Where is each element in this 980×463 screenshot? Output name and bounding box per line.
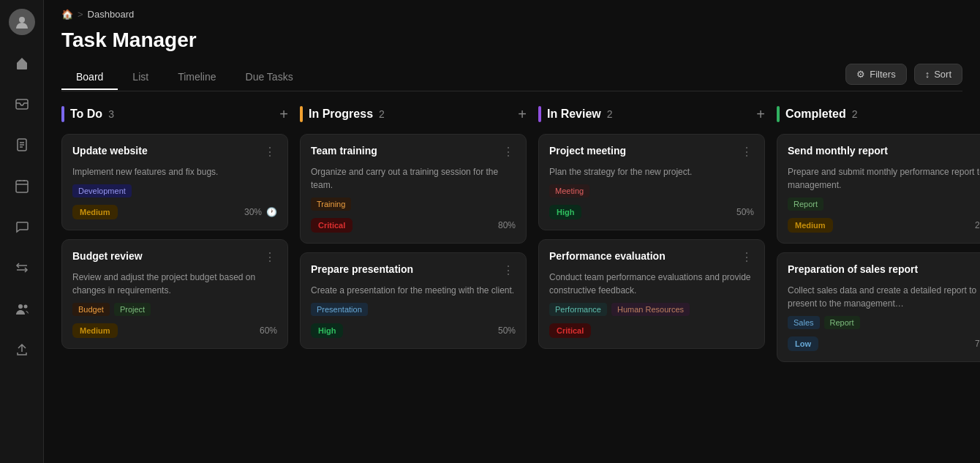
tab-timeline[interactable]: Timeline [163,65,230,90]
home-icon[interactable] [9,50,35,76]
tab-board[interactable]: Board [61,65,118,90]
tag: Budget [72,303,110,316]
card-desc: Collect sales data and create a detailed… [788,284,980,310]
column-add-in-progress[interactable]: + [518,107,527,121]
card-tags: Development [72,184,277,197]
card-title: Performance evaluation [549,250,666,262]
card-tags: BudgetProject [72,303,277,316]
card-footer: High 50% [311,323,516,338]
card-tags: Meeting [549,184,754,197]
card-header: Update website ⋮ [72,145,277,159]
card-in-progress-0: Team training ⋮ Organize and carry out a… [300,134,527,244]
card-progress: 50% [498,325,516,336]
card-menu-icon[interactable]: ⋮ [263,250,277,265]
sort-button[interactable]: ↕ Sort [914,64,962,85]
card-desc: Review and adjust the project budget bas… [72,271,277,297]
card-tags: PerformanceHuman Resources [549,303,754,316]
priority-badge: High [549,205,581,219]
progress-value: 60% [260,325,277,336]
column-accent-completed [777,106,780,122]
clock-icon: 🕐 [266,207,277,217]
priority-badge: Critical [311,218,353,233]
tab-bar: Board List Timeline Due Tasks ⚙ Filters … [61,64,962,91]
column-header-todo: To Do 3 + [61,106,288,125]
card-menu-icon[interactable]: ⋮ [263,145,277,159]
avatar[interactable] [9,9,35,35]
column-header-in-review: In Review 2 + [538,106,765,125]
tab-due-tasks[interactable]: Due Tasks [231,65,308,90]
chat-icon[interactable] [9,214,35,240]
column-add-in-review[interactable]: + [756,107,765,121]
calendar-icon[interactable] [9,173,35,199]
documents-icon[interactable] [9,132,35,158]
board: To Do 3 + Update website ⋮ Implement new… [44,91,980,463]
page-title: Task Manager [61,29,962,52]
header: 🏠 > Dashboard Task Manager Board List Ti… [44,0,980,91]
column-todo: To Do 3 + Update website ⋮ Implement new… [61,106,288,448]
card-completed-1: Preparation of sales report ⋮ Collect sa… [777,252,980,362]
svg-point-0 [19,17,25,23]
card-menu-icon[interactable]: ⋮ [501,145,516,159]
card-in-progress-1: Prepare presentation ⋮ Create a presenta… [300,252,527,349]
tab-actions: ⚙ Filters ↕ Sort [845,64,962,91]
column-title-in-progress: In Progress [309,108,373,121]
card-completed-0: Send monthly report ⋮ Prepare and submit… [777,134,980,244]
card-tags: Training [311,197,516,211]
breadcrumb-current: Dashboard [88,9,135,20]
column-completed: Completed 2 + Send monthly report ⋮ Prep… [777,106,980,448]
card-menu-icon[interactable]: ⋮ [501,263,516,278]
arrows-icon[interactable] [9,255,35,281]
column-count-in-progress: 2 [379,108,385,120]
tag: Report [788,197,823,211]
column-accent-todo [61,106,64,122]
svg-rect-1 [16,99,28,109]
column-count-in-review: 2 [607,108,613,120]
card-footer: Medium 60% [72,323,277,338]
tab-list[interactable]: List [118,65,163,90]
card-menu-icon[interactable]: ⋮ [739,145,754,159]
sort-icon: ↕ [925,69,930,80]
export-icon[interactable] [9,336,35,363]
breadcrumb: 🏠 > Dashboard [61,9,962,20]
column-header-in-progress: In Progress 2 + [300,106,527,125]
card-footer: Medium 20% [788,218,980,233]
card-title: Prepare presentation [311,263,413,275]
team-icon[interactable] [9,296,35,322]
card-footer: Critical [549,323,754,338]
priority-badge: Medium [72,205,118,219]
card-header: Budget review ⋮ [72,250,277,265]
card-footer: High 50% [549,205,754,219]
column-add-todo[interactable]: + [279,107,288,121]
priority-badge: Medium [788,218,833,233]
card-desc: Organize and carry out a training sessio… [311,165,516,192]
card-desc: Create a presentation for the meeting wi… [311,284,516,297]
inbox-icon[interactable] [9,91,35,117]
svg-point-4 [18,304,23,309]
tag: Presentation [311,303,368,316]
progress-value: 50% [736,207,754,217]
column-in-progress: In Progress 2 + Team training ⋮ Organize… [300,106,527,448]
filter-button[interactable]: ⚙ Filters [845,64,906,85]
card-header: Preparation of sales report ⋮ [788,263,980,278]
card-footer: Medium 30% 🕐 [72,205,277,219]
card-progress: 50% [736,207,754,217]
card-header: Team training ⋮ [311,145,516,159]
card-tags: SalesReport [788,316,980,329]
sidebar [0,0,44,463]
card-title: Project meeting [549,145,626,157]
card-header: Prepare presentation ⋮ [311,263,516,278]
card-in-review-1: Performance evaluation ⋮ Conduct team pe… [538,239,765,349]
card-desc: Implement new features and fix bugs. [72,165,277,178]
column-count-todo: 3 [108,108,114,120]
priority-badge: Critical [549,323,591,338]
card-progress: 70% [975,339,980,349]
tag: Sales [788,316,820,329]
card-tags: Presentation [311,303,516,316]
breadcrumb-home-icon[interactable]: 🏠 [61,9,73,20]
breadcrumb-separator: > [78,9,83,20]
card-title: Team training [311,145,377,157]
card-menu-icon[interactable]: ⋮ [739,250,754,265]
column-accent-in-progress [300,106,303,122]
card-title: Preparation of sales report [788,263,918,275]
tag: Project [114,303,151,316]
